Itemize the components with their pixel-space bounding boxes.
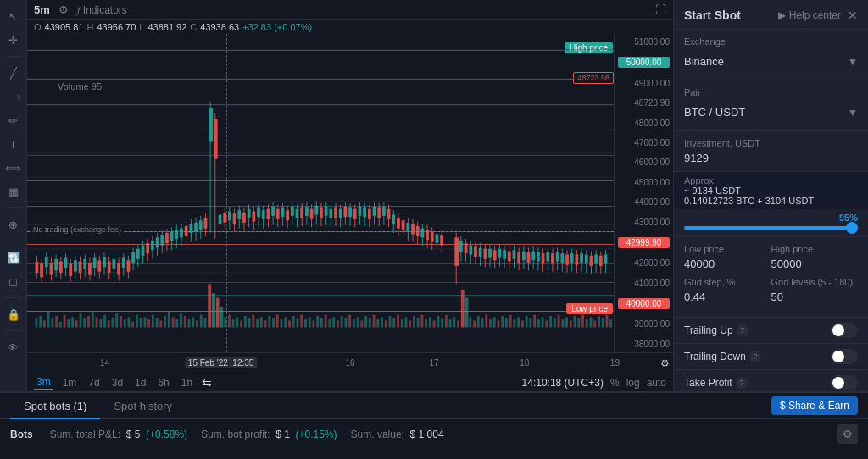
tab-spot-history[interactable]: Spot history <box>100 393 186 419</box>
ray-tool[interactable]: ⟶ <box>4 87 23 106</box>
pen-tool[interactable]: ✏ <box>4 111 23 130</box>
panel-title: Start Sbot <box>684 8 741 22</box>
indicators-btn[interactable]: 𝑓 Indicators <box>77 4 127 16</box>
svg-rect-59 <box>228 315 231 328</box>
tf-1m[interactable]: 1m <box>60 376 80 390</box>
svg-rect-29 <box>108 320 110 327</box>
play-icon: ▶ <box>778 9 786 21</box>
svg-rect-348 <box>508 251 511 261</box>
svg-rect-109 <box>429 317 431 327</box>
chart-canvas[interactable]: Volume 95 No trading (exchange fee) <box>27 34 673 352</box>
trailing-down-knob <box>832 351 844 362</box>
bottom-section: Spot bots (1) Spot history $ Share & Ear… <box>0 391 868 459</box>
svg-rect-105 <box>413 316 415 327</box>
svg-rect-79 <box>309 317 311 327</box>
text-tool[interactable]: T <box>4 135 23 153</box>
svg-rect-220 <box>189 224 192 233</box>
svg-rect-350 <box>513 250 516 259</box>
svg-rect-110 <box>461 290 465 327</box>
low-price-label: Low price <box>684 244 771 254</box>
fibonacci-tool[interactable]: ⟺ <box>4 158 23 177</box>
take-profit-toggle[interactable] <box>831 375 858 390</box>
trailing-down-help[interactable]: ? <box>749 351 761 362</box>
trendline-tool[interactable]: ╱ <box>4 64 23 82</box>
svg-rect-111 <box>465 298 469 328</box>
svg-rect-158 <box>40 263 43 277</box>
share-earn-container: $ Share & Earn <box>771 396 858 415</box>
share-earn-button[interactable]: $ Share & Earn <box>771 396 858 415</box>
trailing-down-toggle[interactable] <box>831 349 858 364</box>
svg-rect-31 <box>115 313 118 327</box>
svg-rect-174 <box>79 262 82 273</box>
time-scale-settings[interactable]: ⚙ <box>660 357 670 369</box>
svg-rect-54 <box>192 317 194 327</box>
chart-timeframe[interactable]: 5m <box>34 3 50 16</box>
svg-rect-278 <box>329 209 332 218</box>
price-42000: 42000.00 <box>618 258 670 268</box>
svg-rect-121 <box>477 316 480 327</box>
svg-rect-270 <box>310 209 314 219</box>
exchange-label: Exchange <box>684 36 858 47</box>
cursor-tool[interactable]: ↖ <box>4 7 23 25</box>
svg-rect-34 <box>127 317 130 327</box>
eye-tool[interactable]: 👁 <box>4 338 23 357</box>
magnet-tool[interactable]: 🔃 <box>4 248 23 267</box>
svg-rect-90 <box>353 319 355 327</box>
svg-rect-125 <box>493 317 496 327</box>
svg-rect-102 <box>401 319 403 327</box>
log-btn[interactable]: log <box>626 377 640 389</box>
slider-thumb[interactable] <box>846 222 858 234</box>
ohlc-o-label: O <box>34 22 42 32</box>
tf-compare-icon[interactable]: ⇆ <box>202 376 212 390</box>
svg-rect-224 <box>199 220 203 230</box>
lock-tool[interactable]: 🔒 <box>4 305 23 324</box>
measure-tool[interactable]: ⊕ <box>4 215 23 234</box>
auto-btn[interactable]: auto <box>647 377 666 389</box>
pattern-tool[interactable]: ▦ <box>4 182 23 201</box>
svg-rect-190 <box>117 263 120 275</box>
ohlc-bar: O 43905.81 H 43956.70 L 43881.92 C 43938… <box>27 20 673 34</box>
tf-7d[interactable]: 7d <box>86 376 102 390</box>
svg-rect-172 <box>74 260 77 271</box>
indicators-icon: 𝑓 <box>77 4 80 16</box>
svg-rect-91 <box>357 317 359 327</box>
tab-spot-bots[interactable]: Spot bots (1) <box>10 393 100 419</box>
svg-rect-136 <box>537 319 540 327</box>
fullscreen-icon[interactable]: ⛶ <box>655 3 666 16</box>
tf-3m[interactable]: 3m <box>34 375 53 390</box>
tf-1h[interactable]: 1h <box>179 376 195 390</box>
svg-rect-153 <box>606 315 609 328</box>
eraser-tool[interactable]: ◻ <box>4 272 23 290</box>
take-profit-help[interactable]: ? <box>736 377 748 389</box>
svg-rect-168 <box>64 258 68 268</box>
svg-rect-340 <box>488 249 492 258</box>
exchange-dropdown[interactable]: Binance ▼ <box>684 50 858 73</box>
filter-button[interactable]: ⚙ <box>837 424 858 444</box>
approx-label: Approx. <box>684 175 716 185</box>
svg-rect-13 <box>43 320 46 327</box>
slider-track[interactable] <box>684 226 858 230</box>
svg-rect-208 <box>160 235 164 246</box>
trailing-up-toggle[interactable] <box>831 323 858 338</box>
tf-3d[interactable]: 3d <box>109 376 125 390</box>
crosshair-tool[interactable]: ✛ <box>4 30 23 49</box>
svg-rect-122 <box>481 318 484 328</box>
panel-close-btn[interactable]: ✕ <box>848 8 858 22</box>
svg-rect-214 <box>175 230 178 239</box>
pct-btn[interactable]: % <box>610 377 620 389</box>
low-price-col: Low price 40000 <box>684 244 771 270</box>
trailing-up-row: Trailing Up ? <box>674 318 868 344</box>
tf-1d[interactable]: 1d <box>132 376 148 390</box>
trailing-up-help[interactable]: ? <box>737 324 748 336</box>
svg-rect-338 <box>483 249 487 259</box>
svg-rect-346 <box>503 250 506 259</box>
take-profit-label: Take Profit ? <box>684 377 748 389</box>
svg-rect-182 <box>97 260 101 271</box>
pair-dropdown[interactable]: BTC / USDT ▼ <box>684 101 858 124</box>
help-center-btn[interactable]: ▶ Help center <box>778 9 841 21</box>
svg-rect-294 <box>368 209 371 219</box>
svg-rect-47 <box>164 316 166 327</box>
tf-6h[interactable]: 6h <box>155 376 171 390</box>
svg-rect-40 <box>216 298 220 328</box>
chart-settings-icon[interactable]: ⚙ <box>58 3 69 16</box>
